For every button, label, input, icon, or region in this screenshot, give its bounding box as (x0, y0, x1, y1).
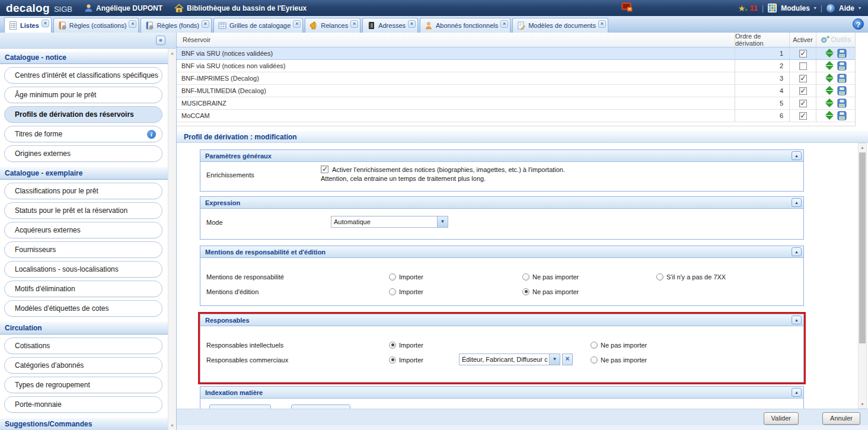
radio-icon[interactable] (522, 288, 529, 295)
tab-close-icon[interactable]: × (202, 20, 209, 28)
radio-icon[interactable] (656, 273, 663, 281)
save-floppy-icon[interactable] (837, 86, 847, 95)
radio-mentions-ed-ne-pas-importer[interactable]: Ne pas importer (522, 288, 579, 295)
help-bubble-icon[interactable]: ? (853, 18, 864, 30)
reorder-icon[interactable] (825, 98, 834, 108)
sidebar-item-cotisations[interactable]: Cotisations (4, 337, 162, 354)
tab-adresses[interactable]: Adresses × (362, 18, 418, 33)
table-row[interactable]: BNF via SRU (notices validées) 1 (177, 47, 855, 60)
sidebar-item-fournisseurs[interactable]: Fournisseurs (4, 241, 162, 258)
radio-resp-com-ne-pas-importer[interactable]: Ne pas importer (591, 356, 647, 364)
table-row[interactable]: BNF-IMPRIMES (Decalog) 3 (177, 72, 855, 85)
radio-resp-int-importer[interactable]: Importer (389, 341, 423, 349)
tab-close-icon[interactable]: × (408, 20, 416, 28)
form-scrollbar[interactable]: ▲ ▼ (858, 143, 867, 409)
partial-button[interactable] (209, 404, 271, 409)
sidebar-item-titres-de-forme[interactable]: Titres de formei (4, 126, 162, 142)
scrollbar-thumb[interactable] (859, 152, 866, 343)
radio-icon[interactable] (591, 356, 598, 364)
tab-listes[interactable]: Listes × (4, 17, 52, 33)
radio-mentions-ed-importer[interactable]: Importer (389, 288, 423, 295)
save-floppy-icon[interactable] (837, 111, 847, 120)
table-row[interactable]: BNF-MULTIMEDIA (Decalog) 4 (177, 85, 855, 97)
tab-regles-fonds[interactable]: Règles (fonds) × (141, 18, 212, 33)
reorder-icon[interactable] (825, 86, 834, 95)
radio-icon[interactable] (389, 273, 396, 281)
responsables-commerciaux-dropdown[interactable]: Éditeur, Fabricant, Diffuseur c ▼ × (459, 353, 573, 365)
sidebar-item-acquereurs-externes[interactable]: Acquéreurs externes (4, 222, 162, 238)
scroll-up-icon[interactable]: ▲ (168, 51, 176, 55)
radio-icon[interactable] (591, 342, 598, 349)
tab-close-icon[interactable]: × (500, 20, 508, 28)
sidebar-item-modeles-etiquettes[interactable]: Modèles d'étiquettes de cotes (4, 300, 162, 317)
cancel-button[interactable]: Annuler (822, 412, 860, 425)
mode-dropdown[interactable]: Automatique ▼ (331, 216, 448, 228)
dropdown-arrow-icon[interactable]: ▼ (549, 353, 560, 365)
tab-close-icon[interactable]: × (129, 20, 136, 28)
panel-collapse-icon[interactable]: ▲ (792, 151, 802, 160)
tab-grilles-catalogage[interactable]: Grilles de catalogage × (213, 18, 303, 33)
radio-icon[interactable] (522, 273, 529, 281)
reorder-icon[interactable] (825, 49, 834, 58)
partial-button[interactable] (291, 404, 350, 409)
radio-icon[interactable] (389, 288, 396, 295)
radio-icon[interactable] (389, 356, 396, 364)
sidebar-collapse-button[interactable]: « (156, 36, 165, 45)
reorder-icon[interactable] (825, 61, 834, 71)
table-row[interactable]: BNF via SRU (notices non validées) 2 (177, 60, 855, 72)
panel-collapse-icon[interactable]: ▲ (792, 198, 802, 207)
remote-session-icon[interactable] (621, 2, 633, 14)
table-row[interactable]: MUSICBRAINZ 5 (177, 97, 855, 110)
info-icon[interactable]: i (147, 130, 156, 139)
tab-close-icon[interactable]: × (293, 20, 301, 28)
activate-checkbox[interactable] (799, 50, 807, 58)
validate-button[interactable]: Valider (764, 412, 799, 425)
activate-checkbox[interactable] (799, 100, 807, 107)
favorites-icon[interactable]: ★ (738, 4, 746, 12)
sidebar-item-motifs-elimination[interactable]: Motifs d'élimination (4, 281, 162, 297)
sidebar-item-porte-monnaie[interactable]: Porte-monnaie (4, 396, 162, 413)
help-button[interactable]: Aide (839, 4, 854, 12)
save-floppy-icon[interactable] (837, 74, 847, 83)
dropdown-arrow-icon[interactable]: ▼ (437, 216, 448, 228)
sidebar-item-profils-derivation[interactable]: Profils de dérivation des réservoirs (4, 106, 162, 123)
reorder-icon[interactable] (825, 74, 834, 83)
sidebar-item-statuts-pret[interactable]: Statuts pour le prêt et la réservation (4, 202, 162, 219)
scroll-down-icon[interactable]: ▼ (168, 423, 176, 428)
activate-checkbox[interactable] (799, 87, 807, 95)
tab-modeles-documents[interactable]: Modèles de documents × (512, 18, 608, 33)
scroll-down-icon[interactable]: ▼ (859, 402, 866, 406)
enrichissements-checkbox[interactable] (321, 165, 328, 173)
save-floppy-icon[interactable] (837, 98, 847, 108)
gear-plus-icon[interactable]: ⚙ (821, 36, 828, 44)
radio-mentions-resp-7xx[interactable]: S'il n'y a pas de 7XX (656, 273, 726, 281)
table-row[interactable]: MoCCAM 6 (177, 110, 855, 122)
panel-collapse-icon[interactable]: ▲ (792, 388, 802, 397)
clear-selection-icon[interactable]: × (562, 353, 573, 365)
sidebar-item-centres-interet[interactable]: Centres d'intérêt et classifications spé… (4, 67, 162, 84)
radio-resp-com-importer[interactable]: Importer (389, 356, 423, 364)
tab-regles-cotisations[interactable]: Règles (cotisations) × (53, 18, 139, 33)
radio-icon[interactable] (389, 342, 396, 349)
sidebar-item-classifications-pret[interactable]: Classifications pour le prêt (4, 183, 162, 199)
tab-relances[interactable]: Relances × (305, 18, 360, 33)
save-floppy-icon[interactable] (837, 61, 847, 71)
sidebar-item-origines-externes[interactable]: Origines externes (4, 145, 162, 162)
reorder-icon[interactable] (825, 111, 834, 120)
tab-close-icon[interactable]: × (42, 20, 49, 27)
radio-resp-int-ne-pas-importer[interactable]: Ne pas importer (591, 341, 647, 349)
tab-close-icon[interactable]: × (598, 20, 606, 28)
mode-value[interactable]: Automatique (331, 216, 437, 228)
radio-mentions-resp-importer[interactable]: Importer (389, 273, 423, 281)
responsables-commerciaux-value[interactable]: Éditeur, Fabricant, Diffuseur c (459, 353, 549, 365)
activate-checkbox[interactable] (799, 112, 807, 120)
activate-checkbox[interactable] (799, 62, 807, 70)
save-floppy-icon[interactable] (837, 49, 847, 58)
sidebar-item-categories-abonnes[interactable]: Catégories d'abonnés (4, 357, 162, 374)
sidebar-item-types-regroupement[interactable]: Types de regroupement (4, 377, 162, 393)
activate-checkbox[interactable] (799, 75, 807, 82)
sidebar-scrollbar[interactable]: ▲ ▼ (168, 49, 176, 430)
modules-button[interactable]: Modules (781, 4, 810, 12)
panel-collapse-icon[interactable]: ▲ (792, 316, 802, 324)
panel-collapse-icon[interactable]: ▲ (792, 247, 802, 256)
